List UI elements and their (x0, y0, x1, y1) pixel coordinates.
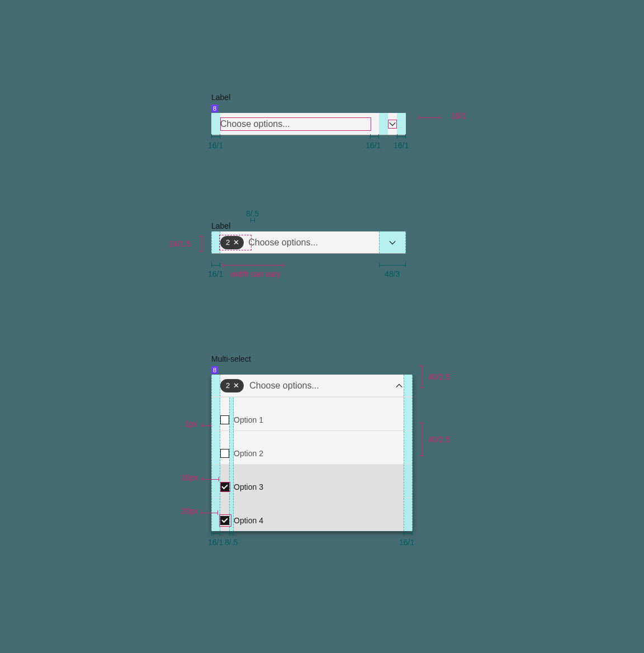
measure-right (379, 263, 406, 267)
gap-tint (229, 465, 234, 498)
anno-divider: 1px (184, 419, 197, 428)
pill-bbox (219, 235, 252, 250)
chevron-up-icon[interactable] (395, 381, 404, 390)
measure-inner-gap (229, 531, 234, 536)
measure-header-h (419, 366, 424, 388)
option-row[interactable]: Option 4 (211, 498, 413, 531)
multiselect-field-tagged[interactable]: 2 ✕ Choose options... (211, 231, 406, 254)
anno-width-vary: width can vary (230, 269, 280, 278)
gap-badge: 8 (211, 105, 218, 112)
padding-tint-mid (379, 113, 388, 135)
anno-left: 16/1 (208, 538, 223, 547)
placeholder-text: Choose options... (249, 381, 319, 391)
multiselect-field[interactable]: Choose options... (211, 113, 406, 135)
padding-tint-left (211, 398, 220, 430)
selection-tag[interactable]: 2 ✕ (220, 379, 244, 392)
padding-tint-right (404, 498, 413, 531)
checkbox[interactable] (220, 449, 229, 458)
anno-right: 48/3 (385, 269, 400, 278)
option-label: Option 3 (234, 482, 263, 491)
option-label: Option 4 (234, 516, 263, 525)
measure-right (397, 134, 406, 139)
measure-left (211, 134, 220, 139)
option-row[interactable]: Option 1 (211, 397, 413, 430)
anno-right: 16/1 (394, 141, 409, 150)
option-row[interactable]: Option 2 (211, 430, 413, 464)
anno-pill-gap: 8/.5 (246, 209, 259, 218)
close-icon[interactable]: ✕ (233, 382, 239, 389)
gap-badge: 8 (211, 366, 218, 374)
gap-tint (229, 431, 234, 464)
leader-cb-size (201, 477, 219, 481)
padding-tint-left (211, 431, 220, 464)
anno-left: 16/1 (208, 269, 223, 278)
padding-tint-right (404, 375, 413, 396)
field-label: Label (211, 221, 417, 230)
option-label: Option 1 (234, 415, 263, 424)
anno-row-h: 40/2.5 (428, 435, 450, 444)
measure-left (211, 263, 220, 267)
gap-tint (229, 398, 234, 430)
placeholder-text: Choose options... (248, 238, 318, 248)
anno-inner-gap: 8/.5 (225, 538, 238, 547)
measure-right (404, 531, 413, 536)
chevron-down-icon[interactable] (388, 120, 397, 129)
placeholder-text: Choose options... (220, 119, 290, 129)
anno-cb-hit: 20px (181, 507, 198, 515)
padding-tint-right (404, 398, 413, 430)
anno-pill-h: 24/1.5 (169, 239, 191, 248)
padding-tint-right (404, 465, 413, 498)
multiselect-menu: 2 ✕ Choose options... Option 1 Option 2 (211, 375, 413, 531)
measure-pill-h (199, 236, 203, 252)
padding-tint-right (404, 431, 413, 464)
anno-gap: 16/1 (366, 141, 381, 150)
anno-icon-size: 16/1 (451, 111, 466, 120)
padding-tint-left (211, 375, 220, 396)
measure-width-vary (222, 263, 284, 267)
option-label: Option 2 (234, 449, 263, 458)
checkbox[interactable] (220, 415, 229, 424)
measure-left (211, 531, 220, 536)
tag-count: 2 (226, 381, 230, 390)
leader-cb-hit (201, 510, 218, 515)
field-label: Multi-select (211, 354, 428, 363)
anno-right: 16/1 (399, 538, 414, 547)
field-label: Label (211, 93, 417, 102)
multiselect-header[interactable]: 2 ✕ Choose options... (211, 375, 413, 397)
anno-cb-size: 16px (181, 473, 198, 482)
anno-header-h: 40/2.5 (428, 372, 450, 381)
padding-tint-right (397, 113, 406, 135)
measure-gap (370, 134, 379, 139)
option-row[interactable]: Option 3 (211, 464, 413, 498)
leader-icon (418, 115, 441, 120)
chevron-down-icon[interactable] (388, 238, 397, 247)
measure-row-h (419, 423, 424, 456)
leader-divider (201, 423, 211, 428)
anno-left: 16/1 (208, 141, 223, 150)
measure-pill-gap (250, 218, 255, 223)
padding-tint-left (211, 113, 220, 135)
